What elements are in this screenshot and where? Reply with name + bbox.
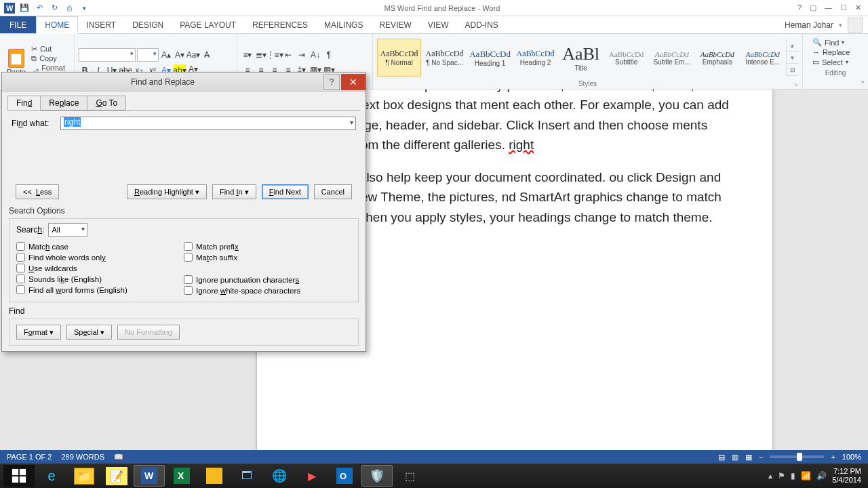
find-in-button[interactable]: Find In ▾ (212, 184, 256, 199)
style-heading2[interactable]: AaBbCcDdHeading 2 (513, 39, 557, 77)
taskbar-app1[interactable]: 🗔 (231, 465, 262, 487)
ignore-punctuation-checkbox[interactable]: Ignore punctuation characters (184, 275, 351, 284)
increase-indent-icon[interactable]: ⇥ (296, 49, 308, 61)
tray-flag-icon[interactable]: ⚑ (778, 471, 785, 481)
taskbar-excel[interactable]: X (166, 465, 197, 487)
taskbar-outlook[interactable]: O (329, 465, 360, 487)
tab-review[interactable]: REVIEW (371, 16, 419, 33)
dialog-titlebar[interactable]: Find and Replace ? ✕ (2, 73, 366, 92)
find-what-input[interactable]: right (60, 117, 356, 130)
taskbar-shield[interactable]: 🛡️ (361, 465, 393, 487)
numbering-icon[interactable]: ≣▾ (255, 49, 267, 61)
style-nospacing[interactable]: AaBbCcDd¶ No Spac... (422, 39, 467, 77)
match-prefix-checkbox[interactable]: Match prefix (184, 242, 351, 251)
taskbar-word[interactable]: W (134, 465, 165, 487)
qat-customize-icon[interactable]: ▾ (79, 3, 90, 14)
dialog-help-icon[interactable]: ? (323, 74, 340, 90)
format-button[interactable]: Format ▾ (16, 325, 61, 340)
taskbar-app2[interactable]: ⬚ (394, 465, 425, 487)
styles-scroll[interactable]: ▴▾⊟ (786, 39, 798, 76)
minimize-icon[interactable]: — (825, 3, 832, 12)
taskbar-chrome[interactable]: 🌐 (264, 465, 295, 487)
taskbar-media[interactable]: ▶ (296, 465, 328, 487)
clear-formatting-icon[interactable]: A̶ (201, 49, 213, 61)
cut-button[interactable]: ✂Cut (31, 45, 52, 54)
sounds-like-checkbox[interactable]: Sounds like (English) (16, 274, 184, 283)
save-icon[interactable]: 💾 (19, 3, 30, 14)
tab-file[interactable]: FILE (0, 16, 36, 33)
page-indicator[interactable]: PAGE 1 OF 2 (7, 453, 52, 461)
redo-icon[interactable]: ↻ (49, 3, 60, 14)
tray-chevron-icon[interactable]: ▴ (768, 471, 772, 481)
dialog-tab-find[interactable]: Find (7, 96, 41, 110)
special-button[interactable]: Special ▾ (66, 325, 112, 340)
taskbar-sticky[interactable]: 📝 (101, 465, 132, 487)
style-intense[interactable]: AaBbCcDdIntense E... (741, 39, 785, 77)
copy-button[interactable]: ⧉Copy (31, 54, 57, 63)
grow-font-icon[interactable]: A▴ (160, 49, 172, 61)
style-emphasis[interactable]: AaBbCcDdEmphasis (695, 39, 739, 77)
tray-volume-icon[interactable]: 🔊 (816, 471, 827, 481)
style-subtle-em[interactable]: AaBbCcDdSubtle Em... (650, 39, 694, 77)
zoom-in-icon[interactable]: + (831, 453, 835, 461)
avatar[interactable] (848, 18, 863, 33)
select-button[interactable]: ▭Select ▾ (812, 58, 859, 66)
start-button[interactable] (3, 465, 35, 487)
match-suffix-checkbox[interactable]: Match suffix (184, 253, 351, 262)
tab-view[interactable]: VIEW (420, 16, 457, 33)
read-mode-icon[interactable]: ▤ (718, 453, 725, 462)
dialog-close-icon[interactable]: ✕ (341, 74, 366, 90)
find-button[interactable]: 🔍Find ▾ (812, 38, 859, 47)
ignore-whitespace-checkbox[interactable]: Ignore white-space characters (184, 286, 351, 295)
tray-network-icon[interactable]: 📶 (801, 471, 811, 481)
web-layout-icon[interactable]: ▦ (745, 453, 752, 462)
style-heading1[interactable]: AaBbCcDdHeading 1 (468, 39, 512, 77)
tab-home[interactable]: HOME (36, 16, 78, 34)
tab-mailings[interactable]: MAILINGS (316, 16, 371, 33)
zoom-out-icon[interactable]: − (759, 453, 763, 461)
match-case-checkbox[interactable]: Match case (16, 242, 184, 251)
cancel-button[interactable]: Cancel (314, 184, 352, 199)
close-icon[interactable]: ✕ (855, 3, 861, 12)
tab-design[interactable]: DESIGN (124, 16, 172, 33)
tray-clock[interactable]: 7:12 PM 5/4/2014 (832, 467, 861, 485)
decrease-indent-icon[interactable]: ⇤ (282, 49, 294, 61)
whole-words-checkbox[interactable]: Find whole words only (16, 253, 184, 262)
collapse-ribbon-icon[interactable]: ⌃ (860, 80, 865, 87)
font-size-select[interactable] (137, 48, 159, 62)
replace-button[interactable]: ↔Replace (812, 48, 859, 56)
tab-addins[interactable]: ADD-INS (456, 16, 506, 33)
taskbar-onenote[interactable] (199, 465, 230, 487)
tab-insert[interactable]: INSERT (78, 16, 124, 33)
print-layout-icon[interactable]: ▥ (732, 453, 738, 462)
wildcards-checkbox[interactable]: Use wildcards (16, 264, 184, 272)
zoom-level[interactable]: 100% (842, 453, 861, 461)
change-case-icon[interactable]: Aa▾ (187, 49, 199, 61)
reading-highlight-button[interactable]: Reading Highlight ▾ (127, 184, 207, 199)
word-forms-checkbox[interactable]: Find all word forms (English) (16, 285, 184, 294)
find-next-button[interactable]: Find Next (262, 184, 309, 199)
multilevel-icon[interactable]: ⋮≡▾ (269, 49, 281, 61)
style-subtitle[interactable]: AaBbCcDdSubtitle (604, 39, 648, 77)
show-marks-icon[interactable]: ¶ (323, 49, 335, 61)
spellcheck-icon[interactable]: 📖 (114, 453, 123, 462)
quick-print-icon[interactable]: ⎙ (64, 3, 75, 14)
font-name-select[interactable] (79, 48, 136, 62)
ribbon-help-icon[interactable]: ? (797, 3, 802, 12)
undo-icon[interactable]: ↶ (34, 3, 45, 14)
style-title[interactable]: AaBlTitle (559, 39, 603, 77)
styles-launcher-icon[interactable]: ↘ (793, 81, 798, 87)
dialog-tab-replace[interactable]: Replace (40, 96, 87, 110)
zoom-slider[interactable] (770, 455, 824, 458)
maximize-icon[interactable]: ☐ (840, 3, 847, 12)
less-button[interactable]: << Less (16, 184, 59, 199)
shrink-font-icon[interactable]: A▾ (174, 49, 186, 61)
styles-gallery[interactable]: AaBbCcDd¶ Normal AaBbCcDd¶ No Spac... Aa… (377, 35, 798, 80)
dialog-tab-goto[interactable]: Go To (87, 96, 126, 110)
ribbon-display-icon[interactable]: ▢ (810, 3, 816, 12)
tab-references[interactable]: REFERENCES (244, 16, 316, 33)
user-name[interactable]: Heman Johar (785, 20, 833, 30)
taskbar-ie[interactable]: e (36, 465, 67, 487)
search-direction-select[interactable]: All (48, 223, 87, 237)
user-menu-caret[interactable]: ▾ (839, 22, 842, 28)
